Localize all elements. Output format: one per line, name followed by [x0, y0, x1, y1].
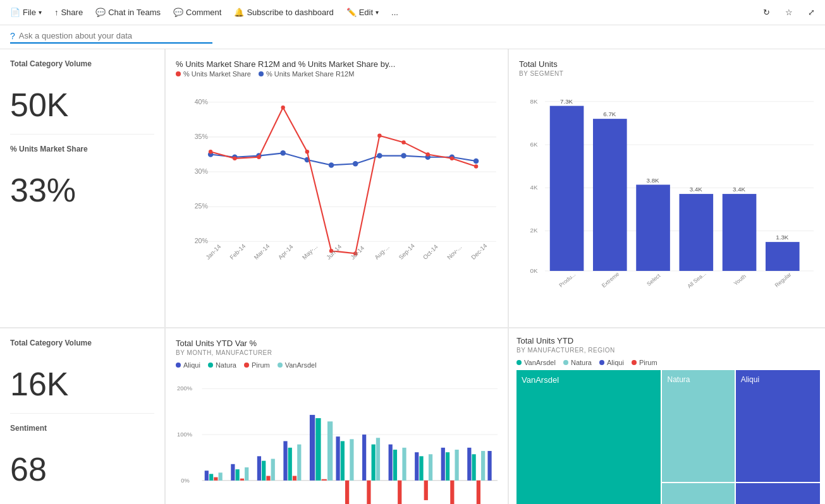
svg-text:25%: 25% — [195, 202, 209, 210]
bookmark-button[interactable]: ☆ — [780, 5, 798, 20]
svg-text:All Sea...: All Sea... — [686, 270, 707, 289]
grouped-bar-subtitle: BY MONTH, MANUFACTURER — [176, 349, 498, 356]
legend-natura: Natura — [208, 361, 236, 369]
svg-rect-97 — [297, 445, 301, 481]
treemap-subtitle: BY MANUFACTURER, REGION — [516, 347, 817, 354]
svg-rect-87 — [236, 469, 240, 481]
legend-item-r12m: % Units Market Share R12M — [259, 70, 354, 78]
svg-text:Select: Select — [645, 272, 662, 287]
svg-text:100%: 100% — [177, 431, 192, 438]
grouped-bar-legend: Aliqui Natura Pirum VanArsdel — [176, 361, 498, 369]
treemap-cell-natura-top: Natura — [662, 370, 734, 482]
svg-point-33 — [474, 164, 478, 168]
legend-dot-red — [176, 71, 181, 76]
aliqui-dot — [176, 363, 181, 368]
toolbar-right: ↻ ☆ ⤢ — [758, 5, 820, 20]
svg-rect-113 — [402, 448, 406, 481]
bar-chart-card: Total Units BY SEGMENT 8K 6K 4K 2K 0K 7.… — [509, 49, 825, 327]
edit-button[interactable]: ✏️ Edit ▾ — [341, 5, 384, 20]
comment-icon: 💬 — [173, 8, 183, 17]
svg-text:6.7K: 6.7K — [603, 111, 616, 117]
svg-point-23 — [233, 157, 236, 160]
legend-aliqui: Aliqui — [176, 361, 200, 369]
svg-rect-102 — [336, 436, 339, 481]
legend-pirum: Pirum — [244, 361, 270, 369]
svg-point-15 — [329, 162, 334, 167]
edit-icon: ✏️ — [346, 8, 357, 17]
legend-item-units-share: % Units Market Share — [176, 70, 251, 78]
svg-rect-64 — [723, 194, 757, 271]
vanarsdel-dot-tm — [516, 360, 522, 365]
svg-rect-122 — [467, 448, 471, 481]
svg-rect-111 — [393, 450, 397, 481]
svg-point-16 — [353, 161, 358, 166]
fullscreen-icon: ⤢ — [808, 8, 815, 17]
svg-rect-93 — [271, 459, 275, 480]
dashboard: Total Category Volume 50K % Units Market… — [0, 49, 825, 504]
svg-point-25 — [281, 105, 284, 109]
svg-text:Sep-14: Sep-14 — [397, 242, 416, 261]
kpi-card-2: Total Category Volume 16K Sentiment 68 — [0, 328, 164, 504]
comment-button[interactable]: 💬 Comment — [168, 5, 226, 20]
svg-rect-92 — [266, 476, 270, 481]
kpi3-value: 16K — [10, 365, 154, 403]
svg-rect-119 — [446, 452, 449, 481]
question-icon: ? — [10, 31, 15, 41]
svg-rect-96 — [293, 476, 296, 481]
svg-rect-104 — [345, 481, 349, 504]
svg-text:Oct-14: Oct-14 — [422, 243, 439, 261]
svg-text:Produ...: Produ... — [558, 271, 577, 288]
svg-text:0K: 0K — [530, 267, 538, 274]
ask-question-input[interactable] — [19, 31, 196, 40]
more-options-button[interactable]: ... — [386, 5, 403, 20]
svg-rect-123 — [472, 454, 475, 481]
toolbar: 📄 File ▾ ↑ Share 💬 Chat in Teams 💬 Comme… — [0, 0, 825, 25]
svg-rect-99 — [315, 418, 321, 481]
line-chart-svg: 40% 35% 30% 25% 20% — [176, 81, 498, 284]
line-chart-title: % Units Market Share R12M and % Units Ma… — [176, 59, 498, 69]
svg-rect-103 — [341, 441, 345, 480]
teams-icon: 💬 — [95, 8, 106, 17]
svg-rect-116 — [424, 481, 428, 500]
bar-chart-title: Total Units — [519, 59, 815, 69]
svg-point-29 — [377, 134, 381, 138]
treemap-cell-aliqui-top: Aliqui — [736, 370, 820, 482]
svg-rect-89 — [245, 467, 248, 481]
svg-rect-83 — [209, 474, 213, 480]
natura-dot — [208, 363, 213, 368]
kpi3-title: Total Category Volume — [10, 339, 154, 347]
svg-rect-82 — [205, 471, 209, 481]
subscribe-button[interactable]: 🔔 Subscribe to dashboard — [229, 5, 338, 20]
file-icon: 📄 — [10, 8, 20, 17]
file-menu[interactable]: 📄 File ▾ — [5, 5, 47, 20]
svg-point-30 — [401, 140, 405, 144]
chat-in-teams-button[interactable]: 💬 Chat in Teams — [90, 5, 166, 20]
svg-rect-115 — [419, 456, 423, 480]
kpi2-title: % Units Market Share — [10, 145, 154, 153]
svg-rect-86 — [231, 464, 235, 481]
line-chart-legend: % Units Market Share % Units Market Shar… — [176, 70, 498, 78]
fullscreen-button[interactable]: ⤢ — [803, 5, 820, 20]
svg-point-18 — [401, 153, 406, 158]
share-icon: ↑ — [54, 8, 59, 17]
kpi1-value: 50K — [10, 86, 154, 124]
svg-text:Aug-...: Aug-... — [373, 243, 391, 261]
svg-text:Mar-14: Mar-14 — [252, 242, 271, 261]
treemap-grid: VanArsdel Central Natura Aliqui Central … — [516, 370, 817, 504]
grouped-bar-card: Total Units YTD Var % BY MONTH, MANUFACT… — [166, 328, 508, 504]
share-button[interactable]: ↑ Share — [49, 5, 88, 20]
pirum-dot-tm — [632, 360, 637, 365]
svg-rect-121 — [455, 450, 458, 481]
legend-pirum-tm: Pirum — [632, 359, 657, 366]
svg-text:40%: 40% — [195, 98, 209, 105]
ask-bar-border: ? — [10, 31, 212, 44]
vanarsdel-dot — [278, 363, 283, 368]
refresh-button[interactable]: ↻ — [758, 5, 775, 20]
svg-rect-110 — [389, 445, 393, 481]
svg-text:3.4K: 3.4K — [733, 186, 746, 193]
svg-text:2K: 2K — [530, 227, 538, 234]
grouped-bar-title: Total Units YTD Var % — [176, 339, 498, 348]
svg-rect-90 — [257, 456, 261, 480]
chevron-down-icon: ▾ — [376, 9, 379, 16]
svg-rect-94 — [283, 441, 287, 480]
